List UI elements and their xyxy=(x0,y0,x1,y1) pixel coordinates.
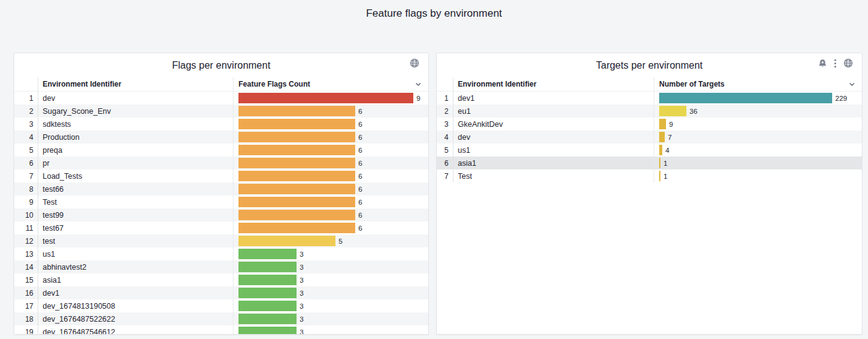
table-row: 13 us1 3 xyxy=(14,247,428,260)
environment-name: dev xyxy=(38,92,234,105)
bar-value-label: 6 xyxy=(358,225,362,232)
bar-value-label: 7 xyxy=(668,134,672,141)
table-body: 1 dev 9 2 Sugary_Scone_Env 6 3 sdktests … xyxy=(14,92,428,335)
globe-icon[interactable] xyxy=(843,58,853,68)
bar-cell: 3 xyxy=(234,260,428,273)
panel-header: Flags per environment xyxy=(14,53,428,77)
row-index: 4 xyxy=(437,131,453,144)
environment-name: preqa xyxy=(38,144,234,157)
value-bar xyxy=(659,106,686,116)
bar-value-label: 36 xyxy=(689,108,697,115)
environment-name: asia1 xyxy=(38,273,234,286)
bar-value-label: 3 xyxy=(300,277,303,284)
chevron-down-icon[interactable] xyxy=(848,80,856,90)
panel-header: Targets per environment xyxy=(437,53,862,77)
globe-icon[interactable] xyxy=(410,58,419,68)
value-bar xyxy=(238,210,355,220)
value-bar xyxy=(238,327,297,335)
environment-name: pr xyxy=(38,157,234,170)
panel-title[interactable]: Flags per environment xyxy=(172,60,270,71)
row-index: 10 xyxy=(14,208,38,221)
bar-cell: 4 xyxy=(654,144,862,157)
environment-name: test66 xyxy=(38,182,234,195)
table-row: 2 eu1 36 xyxy=(437,105,862,118)
row-index: 17 xyxy=(14,299,38,312)
bell-plus-icon[interactable] xyxy=(818,59,827,68)
bar-cell: 6 xyxy=(234,221,428,234)
value-bar xyxy=(238,314,297,324)
bar-cell: 3 xyxy=(234,299,428,312)
row-index: 18 xyxy=(14,312,38,325)
table-row: 7 Test 1 xyxy=(437,170,862,182)
value-bar xyxy=(238,106,355,116)
value-bar xyxy=(238,132,355,142)
value-bar xyxy=(659,132,665,142)
panel-targets-per-environment: Targets per environment xyxy=(436,53,862,335)
table-row: 12 test 5 xyxy=(14,234,428,247)
bar-cell: 3 xyxy=(234,286,428,299)
value-bar xyxy=(238,119,355,129)
value-bar xyxy=(659,119,666,129)
bar-value-label: 6 xyxy=(358,212,362,219)
column-header-feature-flags-count[interactable]: Feature Flags Count xyxy=(234,77,428,91)
bar-cell: 36 xyxy=(654,105,862,118)
environment-name: Test xyxy=(38,195,234,208)
bar-value-label: 6 xyxy=(358,121,362,128)
environment-name: dev_1676487522622 xyxy=(38,312,234,325)
row-index: 11 xyxy=(14,221,38,234)
environment-name: Test xyxy=(453,170,654,182)
bar-value-label: 6 xyxy=(358,160,362,167)
bar-cell: 3 xyxy=(234,325,428,335)
bar-value-label: 4 xyxy=(665,147,669,154)
value-bar xyxy=(659,145,662,155)
value-bar xyxy=(238,197,355,207)
panel-title[interactable]: Targets per environment xyxy=(596,60,703,71)
row-index: 5 xyxy=(437,144,453,157)
table-row: 14 abhinavtest2 3 xyxy=(14,260,428,273)
environment-name: GkeAnkitDev xyxy=(453,118,654,131)
table-row: 15 asia1 3 xyxy=(14,273,428,286)
column-header-environment-identifier[interactable]: Environment Identifier xyxy=(453,77,654,91)
table-row: 1 dev 9 xyxy=(14,92,428,105)
bar-value-label: 5 xyxy=(339,238,342,245)
table-row: 3 GkeAnkitDev 9 xyxy=(437,118,862,131)
bar-cell: 6 xyxy=(234,195,428,208)
environment-name: asia1 xyxy=(453,157,654,170)
value-bar xyxy=(659,158,660,168)
table-row: 4 dev 7 xyxy=(437,131,862,144)
table-row: 9 Test 6 xyxy=(14,195,428,208)
table-row: 6 pr 6 xyxy=(14,157,428,170)
row-index: 14 xyxy=(14,260,38,273)
value-bar xyxy=(238,93,413,103)
chevron-down-icon[interactable] xyxy=(415,80,422,90)
panel-flags-per-environment: Flags per environment Environment Identi… xyxy=(14,53,429,335)
page-title: Feature flags by environment xyxy=(0,7,868,20)
row-index: 12 xyxy=(14,234,38,247)
bar-cell: 1 xyxy=(654,170,862,182)
bar-value-label: 3 xyxy=(300,315,303,323)
table-header: Environment Identifier Feature Flags Cou… xyxy=(14,77,428,92)
column-header-environment-identifier[interactable]: Environment Identifier xyxy=(38,77,234,91)
row-index: 3 xyxy=(14,118,38,131)
bar-cell: 3 xyxy=(234,247,428,260)
row-index: 6 xyxy=(14,157,38,170)
environment-name: dev_1676487546612 xyxy=(38,325,234,335)
bar-cell: 9 xyxy=(234,92,428,105)
kebab-menu-icon[interactable] xyxy=(834,59,836,68)
table-row: 19 dev_1676487546612 3 xyxy=(14,325,428,335)
value-bar xyxy=(659,93,832,103)
value-bar xyxy=(238,275,297,285)
bar-cell: 6 xyxy=(234,144,428,157)
bar-value-label: 6 xyxy=(358,147,362,154)
environment-name: Production xyxy=(38,131,234,144)
row-index: 7 xyxy=(437,170,453,182)
value-bar xyxy=(238,288,297,298)
row-index: 1 xyxy=(437,92,453,105)
environment-name: dev xyxy=(453,131,654,144)
bar-cell: 6 xyxy=(234,208,428,221)
value-bar xyxy=(659,171,660,181)
column-header-number-of-targets[interactable]: Number of Targets xyxy=(654,77,862,91)
bar-value-label: 9 xyxy=(669,121,673,128)
row-index: 3 xyxy=(437,118,453,131)
bar-cell: 6 xyxy=(234,182,428,195)
